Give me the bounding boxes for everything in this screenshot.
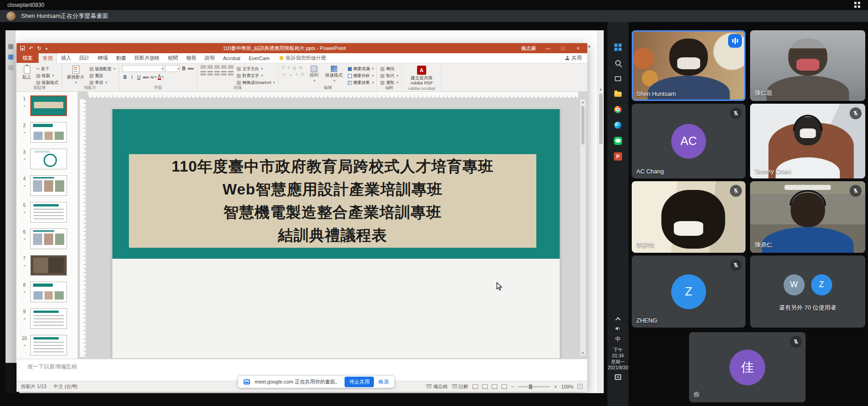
slide[interactable]: 110年度臺中市政府教育局跨校式人才培育專班 Web智慧應用設計產業培訓專班 智… <box>112 109 560 359</box>
bullets-icon[interactable] <box>200 65 206 69</box>
taskbar-icon-file-explorer[interactable] <box>607 86 629 102</box>
align-left-icon[interactable] <box>200 71 206 75</box>
account-name[interactable]: 佩志豪 <box>521 45 536 52</box>
align-center-icon[interactable] <box>207 71 213 75</box>
scroll-up-icon[interactable] <box>580 100 585 104</box>
self-tile[interactable]: 佳 你 <box>689 332 806 402</box>
stop-sharing-button[interactable]: 停止共用 <box>345 377 374 387</box>
show-hidden-icons-icon[interactable] <box>615 317 620 322</box>
zoom-level[interactable]: 109% <box>561 384 573 389</box>
slideshow-icon[interactable] <box>501 384 507 389</box>
layout-grid-icon[interactable] <box>854 2 861 8</box>
line-spacing-icon[interactable] <box>228 65 234 69</box>
close-icon[interactable] <box>587 43 594 50</box>
reset-button[interactable]: 重設 <box>89 72 116 79</box>
zoom-in-icon[interactable] <box>554 384 557 389</box>
numbering-icon[interactable] <box>207 65 213 69</box>
zoom-knob[interactable] <box>529 384 532 389</box>
participant-tile[interactable]: 陳鼎仁 <box>750 181 865 253</box>
justify-icon[interactable] <box>221 71 227 75</box>
ribbon-tab[interactable]: 校閱 <box>164 53 182 63</box>
slide-thumbnail[interactable]: 5 <box>17 200 78 227</box>
align-text-button[interactable]: 對齊文字 <box>237 72 275 79</box>
copy-button[interactable]: 複製 <box>36 72 58 79</box>
scroll-down-icon[interactable] <box>580 351 585 355</box>
slide-scrollbar[interactable] <box>580 99 586 356</box>
fit-to-window-icon[interactable] <box>578 384 583 389</box>
ribbon-tab[interactable]: 說明 <box>200 53 219 63</box>
slide-thumbnail[interactable]: 3 <box>17 147 78 173</box>
maximize-icon[interactable] <box>557 45 568 51</box>
minimize-icon[interactable] <box>542 45 553 51</box>
scrollbar-thumb[interactable] <box>599 94 603 144</box>
create-pdf-button[interactable]: 建立並共用 Adobe PDF <box>405 65 438 86</box>
shrink-font-icon[interactable] <box>188 66 194 72</box>
ribbon-tab[interactable]: 動畫 <box>112 53 130 63</box>
zoom-slider[interactable] <box>518 386 550 387</box>
reading-view-icon[interactable] <box>492 384 497 389</box>
taskbar-icon-search[interactable] <box>607 55 629 71</box>
character-spacing-icon[interactable] <box>150 74 156 80</box>
shape-outline-button[interactable]: 圖案外框 <box>348 72 374 79</box>
font-color-icon[interactable] <box>158 74 163 80</box>
text-direction-button[interactable]: 文字方向 <box>237 66 275 72</box>
ribbon-tab[interactable]: 設計 <box>75 53 94 63</box>
slide-thumbnail[interactable]: 10 <box>17 333 78 359</box>
slide-sorter-icon[interactable] <box>482 384 488 389</box>
replace-button[interactable]: 取代 <box>380 72 398 79</box>
slide-thumbnail[interactable]: 2 <box>17 120 78 147</box>
ribbon-tab[interactable]: 插入 <box>57 53 75 63</box>
language-indicator[interactable]: 中文 (台灣) <box>54 384 78 390</box>
strikethrough-icon[interactable] <box>143 74 149 80</box>
ribbon-tab[interactable]: EverCam <box>245 53 274 63</box>
slide-title-box[interactable]: 110年度臺中市政府教育局跨校式人才培育專班 Web智慧應用設計產業培訓專班 智… <box>129 154 536 248</box>
input-method-indicator[interactable]: 中 <box>615 335 621 343</box>
slide-thumbnail[interactable]: 6 <box>17 227 78 253</box>
action-center-icon[interactable] <box>615 374 621 380</box>
share-button[interactable]: 共用 <box>560 53 587 63</box>
ribbon-tab[interactable]: 檢視 <box>182 53 200 63</box>
scrollbar-thumb[interactable] <box>581 106 584 145</box>
slide-thumbnail[interactable]: 8 <box>17 280 78 306</box>
ribbon-tab[interactable]: 常用 <box>39 53 57 63</box>
ribbon-tab[interactable]: Acrobat <box>219 53 245 63</box>
close-icon[interactable] <box>573 45 584 51</box>
columns-icon[interactable] <box>228 71 234 75</box>
notes-toggle[interactable]: 備忘稿 <box>426 384 448 390</box>
new-slide-button[interactable]: 新投影片 <box>65 65 86 85</box>
quick-styles-button[interactable]: 快速樣式 <box>323 65 345 83</box>
slide-thumbnail[interactable]: 7 <box>17 253 78 280</box>
participant-tile[interactable]: Z ZHENG <box>632 256 746 328</box>
slide-canvas[interactable]: 110年度臺中市政府教育局跨校式人才培育專班 Web智慧應用設計產業培訓專班 智… <box>78 92 587 359</box>
tell-me-box[interactable]: 告訴我您想做什麼 <box>279 53 326 63</box>
browser-scrollbar[interactable] <box>597 30 604 393</box>
find-button[interactable]: 尋找 <box>380 66 398 72</box>
shape-gallery[interactable]: □ ○ △ ◇ ☆ → ○ □ <box>282 65 304 77</box>
participant-tile[interactable]: WZ 還有另外 70 位使用者 <box>750 256 865 328</box>
save-icon[interactable] <box>20 46 25 50</box>
cut-button[interactable]: 剪下 <box>36 66 58 72</box>
italic-icon[interactable] <box>129 74 135 80</box>
scroll-up-icon[interactable] <box>598 87 604 91</box>
dismiss-share-bar-link[interactable]: 略過 <box>378 378 389 385</box>
taskbar-icon-line[interactable] <box>607 133 629 149</box>
font-family-select[interactable] <box>122 65 164 72</box>
taskbar-icon-edge[interactable] <box>607 117 629 133</box>
comments-toggle[interactable]: 註解 <box>452 384 468 390</box>
participant-tile[interactable]: Shen Huntsam <box>632 30 746 101</box>
font-size-select[interactable] <box>165 65 180 72</box>
slide-thumbnail[interactable]: 1 <box>17 94 78 120</box>
slide-thumbnail[interactable]: 9 <box>17 306 78 333</box>
taskbar-clock[interactable]: 下午 01:34 星期一 2021/8/30 <box>607 347 629 371</box>
decrease-indent-icon[interactable] <box>214 65 220 69</box>
bold-icon[interactable] <box>122 74 128 80</box>
align-right-icon[interactable] <box>214 71 220 75</box>
slide-thumbnail[interactable]: 4 <box>17 173 78 200</box>
participant-tile[interactable]: AC AC Chang <box>632 104 746 178</box>
taskbar-icon-windows[interactable] <box>607 39 629 55</box>
redo-icon[interactable] <box>37 46 41 51</box>
layout-button[interactable]: 版面配置 <box>89 66 116 72</box>
speaker-icon[interactable] <box>615 325 621 332</box>
ribbon-tab[interactable]: 投影片放映 <box>130 53 164 63</box>
participant-tile[interactable]: 李靜怡 <box>632 181 746 253</box>
